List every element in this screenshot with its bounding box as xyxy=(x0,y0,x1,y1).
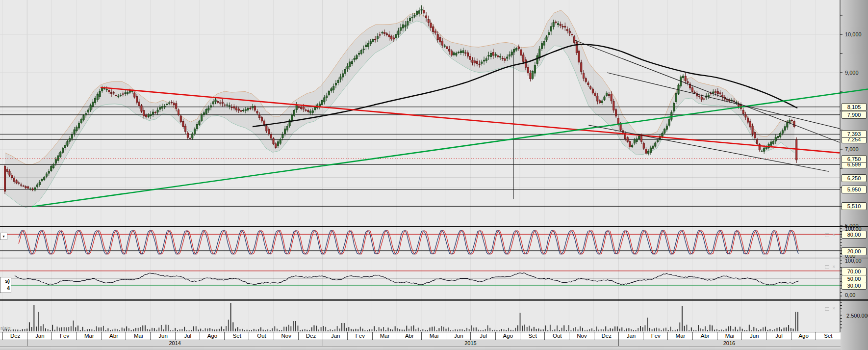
status-watermark: rário: xyxy=(0,325,12,331)
x-axis-month: Jan xyxy=(27,332,52,340)
window-bottom-strip xyxy=(0,347,841,350)
x-axis-month: Set xyxy=(816,332,841,340)
x-axis-month: Mar xyxy=(77,332,102,340)
x-axis-month: Abr xyxy=(692,332,717,340)
ifr-indicator-label-line2: 4 xyxy=(0,285,10,292)
x-axis-month: Jul xyxy=(470,332,495,340)
x-axis-years: 201420152016 xyxy=(0,340,841,347)
price-level-box[interactable]: 6,750 xyxy=(842,155,867,163)
stoch-upper-box[interactable]: 80,00 xyxy=(842,231,867,239)
x-axis-months: DezJanFevMarAbrMaiJunJulAgoSetOutNovDezJ… xyxy=(0,332,841,340)
x-axis-month: Mai xyxy=(421,332,446,340)
x-axis-month: Ago xyxy=(495,332,520,340)
close-panel-icon[interactable]: ✕ xyxy=(832,307,837,311)
close-panel-icon[interactable]: ✕ xyxy=(832,233,837,237)
x-axis-month: Ago xyxy=(791,332,816,340)
x-axis-month: Mar xyxy=(372,332,397,340)
x-axis-month: Mai xyxy=(717,332,742,340)
x-axis-year: 2014 xyxy=(169,340,180,346)
close-panel-icon[interactable]: ✕ xyxy=(832,265,837,269)
ifr-tick-bottom: 0,00 xyxy=(845,293,855,298)
x-axis-month: Jan xyxy=(618,332,643,340)
x-axis-month: Set xyxy=(224,332,249,340)
x-axis-month: Nov xyxy=(274,332,299,340)
x-axis-month: Out xyxy=(544,332,569,340)
restore-panel-icon[interactable] xyxy=(825,307,829,311)
stoch-lower-box[interactable]: 20,00 xyxy=(842,247,867,255)
x-axis-month: Abr xyxy=(101,332,126,340)
labels-layer: ▼ s) 4 rário: 10,0009,0007,0005,0005,510… xyxy=(0,0,868,350)
x-axis-month: Dez xyxy=(298,332,323,340)
price-tick-label: 10,000 xyxy=(845,32,862,37)
ifr-level-box[interactable]: 50,00 xyxy=(842,275,867,283)
x-axis-month: Fev xyxy=(347,332,372,340)
ifr-level-box[interactable]: 30,00 xyxy=(842,282,867,290)
x-axis-year: 2016 xyxy=(723,340,735,346)
x-axis-month: Dez xyxy=(594,332,619,340)
x-axis-month: Mar xyxy=(667,332,692,340)
x-axis-month: Jan xyxy=(323,332,348,340)
year-divider xyxy=(27,340,27,346)
price-level-box[interactable]: 6,250 xyxy=(842,174,867,182)
x-axis-month: Jun xyxy=(150,332,175,340)
x-axis-month: Abr xyxy=(397,332,422,340)
x-axis-month: Dez xyxy=(2,332,27,340)
x-axis-month: Jul xyxy=(175,332,200,340)
x-axis-month: Jun xyxy=(741,332,766,340)
x-axis-year: 2015 xyxy=(464,340,476,346)
price-tick-label: 7,000 xyxy=(845,147,859,152)
volume-scale-label: 2.500.000 xyxy=(846,313,868,319)
x-axis-month: Ago xyxy=(200,332,225,340)
price-level-box[interactable]: 5,950 xyxy=(842,186,867,193)
x-axis-month: Fev xyxy=(643,332,668,340)
ifr-level-box[interactable]: 70,00 xyxy=(842,268,867,275)
trading-chart-window: ▼ s) 4 rário: 10,0009,0007,0005,0005,510… xyxy=(0,0,868,350)
ifr-indicator-label-line1: s) xyxy=(0,277,10,285)
year-divider xyxy=(618,340,619,346)
price-level-box[interactable]: 8,105 xyxy=(842,103,867,111)
restore-panel-icon[interactable] xyxy=(825,265,829,269)
price-level-box[interactable]: 7,393 xyxy=(842,130,867,138)
ifr-tick-top: 100,00 xyxy=(845,258,862,264)
x-axis-month: Set xyxy=(520,332,545,340)
x-axis-month: Jul xyxy=(766,332,791,340)
x-axis-month: Nov xyxy=(569,332,594,340)
restore-panel-icon[interactable] xyxy=(825,233,829,237)
x-axis-month: Fev xyxy=(51,332,77,340)
price-tick-label: 9,000 xyxy=(845,70,859,76)
price-level-box[interactable]: 5,510 xyxy=(842,202,867,210)
price-level-box[interactable]: 7,900 xyxy=(842,111,867,119)
indicator-dropdown[interactable]: ▼ xyxy=(0,233,7,240)
ifr-indicator-label[interactable]: s) 4 xyxy=(0,277,11,293)
x-axis-month: Jun xyxy=(446,332,471,340)
x-axis-month: Mai xyxy=(126,332,151,340)
x-axis-month: Out xyxy=(249,332,274,340)
year-divider xyxy=(323,340,323,346)
